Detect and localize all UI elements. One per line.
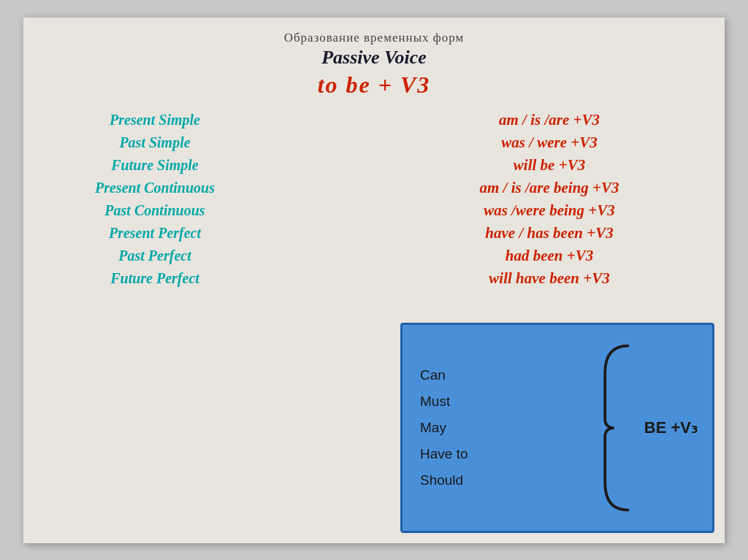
- tense-row: Past Simplewas / were +V3: [38, 131, 710, 154]
- tense-label: Future Simple: [67, 157, 243, 174]
- tense-label: Present Continuous: [67, 180, 243, 196]
- formula-text: will have been +V3: [418, 269, 681, 288]
- subtitle: Образование временных форм: [284, 31, 465, 45]
- modal-word: Can: [420, 367, 593, 383]
- modal-word: Must: [420, 394, 593, 410]
- tense-row: Present Simpleam / is /are +V3: [38, 109, 710, 131]
- tense-label: Past Continuous: [67, 202, 243, 219]
- formula-text: am / is /are being +V3: [418, 179, 681, 197]
- modal-word: Have to: [420, 446, 593, 462]
- tense-label: Past Perfect: [67, 248, 243, 264]
- formula-text: am / is /are +V3: [418, 111, 681, 129]
- tense-table: Present Simpleam / is /are +V3Past Simpl…: [38, 109, 710, 290]
- tense-row: Future Perfectwill have been +V3: [38, 267, 710, 290]
- title: Passive Voice: [321, 47, 427, 69]
- tense-row: Past Continuouswas /were being +V3: [38, 199, 710, 222]
- bracket-icon: [600, 337, 637, 519]
- formula-text: was /were being +V3: [418, 202, 681, 220]
- tense-label: Present Perfect: [67, 225, 243, 242]
- modal-words-list: CanMustMayHave toShould: [420, 367, 593, 488]
- tense-label: Present Simple: [67, 112, 243, 129]
- be-formula: BE +V₃: [644, 418, 698, 437]
- formula: to be + V3: [318, 72, 431, 99]
- tense-row: Present Perfecthave / has been +V3: [38, 222, 710, 245]
- modal-box: CanMustMayHave toShould BE +V₃: [400, 323, 714, 533]
- formula-text: was / were +V3: [418, 134, 681, 152]
- tense-row: Past Perfecthad been +V3: [38, 245, 710, 267]
- formula-text: will be +V3: [418, 156, 681, 174]
- tense-label: Future Perfect: [67, 270, 243, 287]
- formula-text: have / has been +V3: [418, 224, 681, 242]
- modal-word: May: [420, 420, 593, 436]
- slide-container: Образование временных форм Passive Voice…: [23, 18, 725, 543]
- tense-row: Present Continuousam / is /are being +V3: [38, 177, 710, 199]
- tense-row: Future Simplewill be +V3: [38, 154, 710, 177]
- tense-label: Past Simple: [67, 134, 243, 151]
- modal-word: Should: [420, 472, 593, 488]
- formula-text: had been +V3: [418, 247, 681, 265]
